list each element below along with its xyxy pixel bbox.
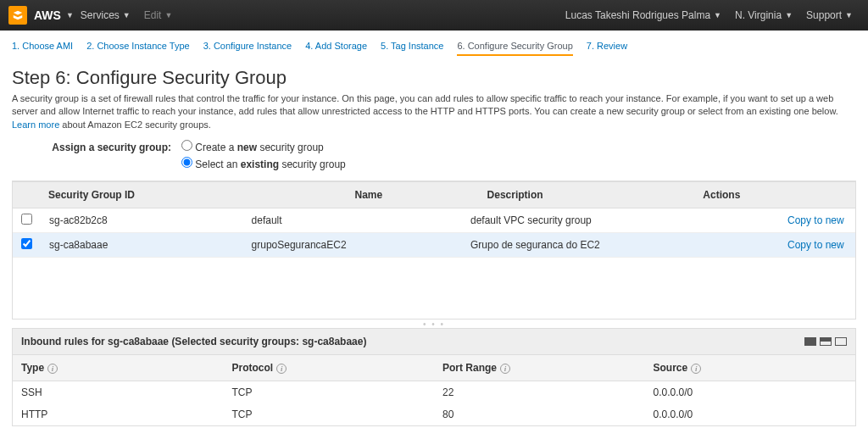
nav-edit[interactable]: Edit▼ [144,9,173,21]
wizard-step-1[interactable]: 1. Choose AMI [12,37,73,56]
col-port: Port Range [442,362,497,374]
cell-sg-id: sg-ac82b2c8 [41,208,243,233]
view-bottom-icon[interactable] [835,337,847,346]
table-row[interactable]: sg-ac82b2c8defaultdefault VPC security g… [13,208,855,233]
cell-source: 0.0.0.0/0 [645,381,856,404]
cell-type: HTTP [13,403,224,425]
chevron-down-icon: ▼ [66,11,74,19]
radio-create-new[interactable]: Create a new security group [181,140,346,153]
page-title: Step 6: Configure Security Group [12,67,856,89]
col-type: Type [21,362,44,374]
splitter-handle[interactable]: • • • [12,320,856,328]
chevron-down-icon: ▼ [785,11,793,19]
col-sg-name[interactable]: Name [346,182,478,208]
cell-protocol: TCP [224,403,435,425]
page-description: A security group is a set of firewall ru… [12,92,856,131]
view-mode-icons [804,337,847,346]
chevron-down-icon: ▼ [714,11,721,19]
radio-create-new-input[interactable] [181,140,192,151]
learn-more-link[interactable]: Learn more [12,119,59,130]
nav-user[interactable]: Lucas Takeshi Rodrigues Palma▼ [565,9,721,21]
col-sg-desc[interactable]: Description [479,182,695,208]
col-protocol: Protocol [232,362,274,374]
copy-to-new-link[interactable]: Copy to new [787,214,844,226]
cell-protocol: TCP [224,381,435,404]
row-checkbox[interactable] [21,238,32,249]
view-top-icon[interactable] [804,337,816,346]
radio-select-existing[interactable]: Select an existing security group [181,157,346,170]
nav-region[interactable]: N. Virginia▼ [735,9,793,21]
nav-services[interactable]: Services▼ [81,9,131,21]
info-icon[interactable]: i [276,364,287,374]
table-row: HTTPTCP800.0.0.0/0 [13,403,855,425]
security-group-table-container: Security Group ID Name Description Actio… [12,181,856,320]
row-checkbox[interactable] [21,214,32,225]
cell-sg-desc: default VPC security group [462,208,779,233]
wizard-step-6[interactable]: 6. Configure Security Group [457,37,572,56]
table-row: SSHTCP220.0.0.0/0 [13,381,855,404]
info-icon[interactable]: i [500,364,510,374]
cell-sg-id: sg-ca8abaae [41,233,243,258]
wizard-step-4[interactable]: 4. Add Storage [305,37,367,56]
inbound-rules-title: Inbound rules for sg-ca8abaae (Selected … [21,336,366,347]
aws-logo-icon[interactable] [8,6,27,25]
wizard-step-3[interactable]: 3. Configure Instance [203,37,292,56]
view-split-icon[interactable] [820,337,832,346]
wizard-steps: 1. Choose AMI 2. Choose Instance Type 3.… [0,31,868,57]
assign-label: Assign a security group: [12,140,181,153]
nav-support[interactable]: Support▼ [806,9,853,21]
col-source: Source [654,362,688,374]
cell-sg-name: grupoSegurancaEC2 [243,233,462,258]
cell-sg-name: default [243,208,462,233]
inbound-rules-table: Typei Protocoli Port Rangei Sourcei SSHT… [13,355,855,425]
top-nav: AWS ▼ Services▼ Edit▼ Lucas Takeshi Rodr… [0,0,868,31]
chevron-down-icon: ▼ [845,11,853,19]
cell-port: 80 [434,403,645,425]
brand-label[interactable]: AWS [34,8,61,22]
inbound-rules-panel: Inbound rules for sg-ca8abaae (Selected … [12,328,856,426]
chevron-down-icon: ▼ [164,11,172,19]
col-sg-id[interactable]: Security Group ID [40,182,346,208]
radio-select-existing-input[interactable] [181,157,192,168]
assign-security-group: Assign a security group: Create a new se… [12,140,856,174]
wizard-step-7[interactable]: 7. Review [587,37,627,56]
security-group-table: Security Group ID Name Description Actio… [13,181,855,208]
cell-sg-desc: Grupo de seguranca do EC2 [462,233,779,258]
wizard-step-5[interactable]: 5. Tag Instance [381,37,443,56]
copy-to-new-link[interactable]: Copy to new [787,239,844,251]
chevron-down-icon: ▼ [123,11,131,19]
col-sg-actions: Actions [694,182,855,208]
wizard-step-2[interactable]: 2. Choose Instance Type [86,37,190,56]
wizard-actions: Cancel Previous Review and Launch [0,435,868,439]
info-icon[interactable]: i [47,364,58,374]
cell-source: 0.0.0.0/0 [645,403,856,425]
cell-type: SSH [13,381,224,404]
table-row[interactable]: sg-ca8abaaegrupoSegurancaEC2Grupo de seg… [13,233,855,258]
info-icon[interactable]: i [691,364,701,374]
cell-port: 22 [434,381,645,404]
